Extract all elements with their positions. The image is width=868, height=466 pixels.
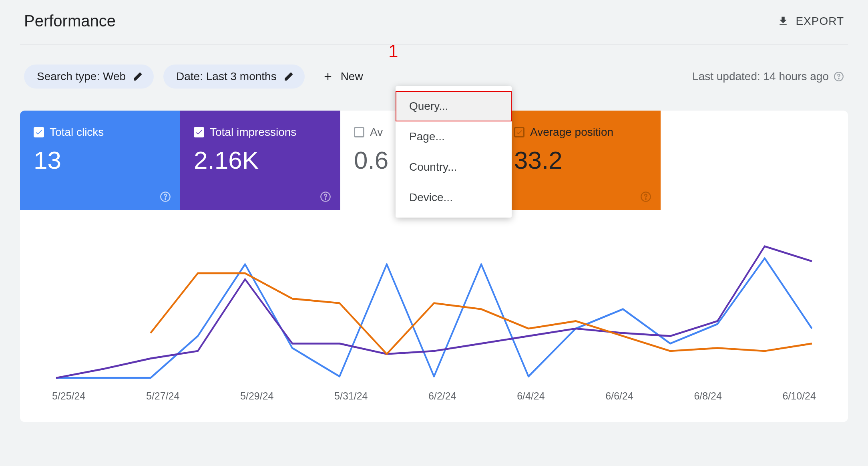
help-icon[interactable] bbox=[834, 71, 844, 82]
chip-label: Date: Last 3 months bbox=[176, 70, 277, 83]
metric-label: Average position bbox=[530, 126, 613, 139]
annotation-marker-1: 1 bbox=[388, 41, 398, 61]
metric-label: Total clicks bbox=[50, 126, 104, 139]
pencil-icon bbox=[284, 72, 293, 81]
checkbox-icon bbox=[34, 127, 44, 137]
svg-point-7 bbox=[645, 199, 646, 200]
x-tick-label: 5/27/24 bbox=[146, 390, 179, 402]
metric-tile-clicks[interactable]: Total clicks 13 bbox=[20, 111, 180, 210]
dropdown-item-country[interactable]: Country... bbox=[396, 152, 512, 182]
metric-value: 13 bbox=[34, 146, 167, 174]
dropdown-item-device[interactable]: Device... bbox=[396, 182, 512, 213]
line-chart bbox=[48, 222, 820, 390]
checkbox-icon bbox=[194, 127, 204, 137]
download-icon bbox=[777, 15, 789, 27]
chip-label: Search type: Web bbox=[37, 70, 126, 83]
svg-point-5 bbox=[325, 199, 326, 200]
export-button[interactable]: EXPORT bbox=[777, 15, 844, 28]
help-icon[interactable] bbox=[640, 191, 652, 203]
x-tick-label: 6/6/24 bbox=[605, 390, 633, 402]
last-updated-text: Last updated: 14 hours ago bbox=[692, 70, 844, 83]
new-filter-dropdown: Query... Page... Country... Device... bbox=[396, 86, 512, 218]
export-label: EXPORT bbox=[796, 15, 844, 28]
page-title: Performance bbox=[24, 12, 116, 30]
filter-chip-search-type[interactable]: Search type: Web bbox=[24, 65, 154, 89]
checkbox-icon bbox=[514, 127, 524, 137]
metric-tile-impressions[interactable]: Total impressions 2.16K bbox=[180, 111, 340, 210]
x-tick-label: 5/31/24 bbox=[334, 390, 368, 402]
x-tick-label: 6/8/24 bbox=[694, 390, 722, 402]
metric-value: 33.2 bbox=[514, 146, 647, 174]
metric-tile-position[interactable]: Average position 33.2 bbox=[500, 111, 661, 210]
add-filter-button[interactable]: New bbox=[314, 65, 371, 89]
help-icon[interactable] bbox=[159, 191, 171, 203]
dropdown-item-query[interactable]: Query... bbox=[396, 91, 512, 121]
x-tick-label: 6/4/24 bbox=[517, 390, 545, 402]
plus-icon bbox=[322, 71, 334, 82]
checkbox-icon bbox=[354, 127, 364, 137]
x-tick-label: 5/29/24 bbox=[240, 390, 273, 402]
filter-chip-date[interactable]: Date: Last 3 months bbox=[163, 65, 305, 89]
new-label: New bbox=[341, 70, 363, 83]
svg-point-1 bbox=[838, 79, 839, 79]
metric-label: Total impressions bbox=[210, 126, 296, 139]
dropdown-item-page[interactable]: Page... bbox=[396, 121, 512, 152]
metric-label: Av bbox=[370, 126, 383, 139]
help-icon[interactable] bbox=[319, 191, 332, 203]
metric-value: 2.16K bbox=[194, 146, 327, 174]
pencil-icon bbox=[133, 72, 143, 81]
x-tick-label: 6/2/24 bbox=[428, 390, 456, 402]
svg-point-3 bbox=[165, 199, 166, 200]
x-tick-label: 5/25/24 bbox=[52, 390, 85, 402]
chart-area: 5/25/245/27/245/29/245/31/246/2/246/4/24… bbox=[20, 210, 848, 422]
x-tick-label: 6/10/24 bbox=[783, 390, 816, 402]
